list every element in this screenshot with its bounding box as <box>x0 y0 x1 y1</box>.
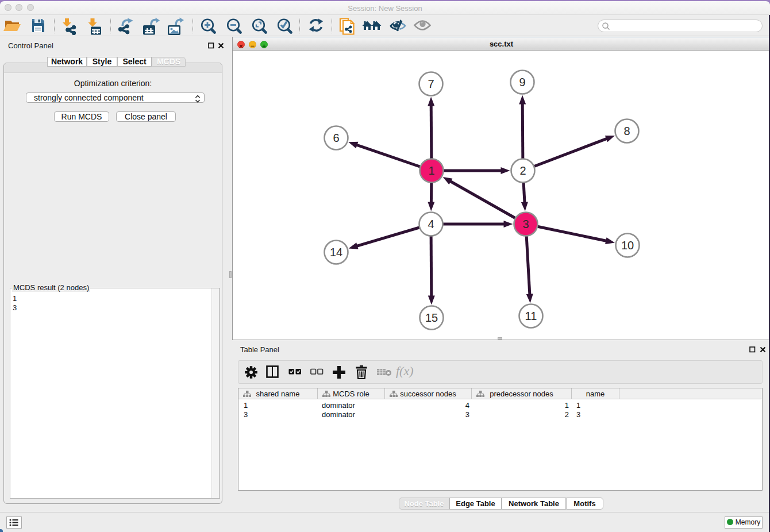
svg-text:1: 1 <box>428 164 434 177</box>
svg-text:4: 4 <box>428 218 434 230</box>
svg-text:9: 9 <box>519 76 525 88</box>
svg-text:7: 7 <box>428 78 434 90</box>
svg-text:3: 3 <box>522 218 529 230</box>
svg-text:6: 6 <box>333 132 339 144</box>
svg-text:10: 10 <box>621 239 634 252</box>
svg-text:15: 15 <box>425 311 438 324</box>
svg-text:14: 14 <box>330 246 342 259</box>
svg-text:11: 11 <box>525 310 537 322</box>
svg-text:2: 2 <box>519 164 526 177</box>
svg-text:8: 8 <box>623 125 630 137</box>
